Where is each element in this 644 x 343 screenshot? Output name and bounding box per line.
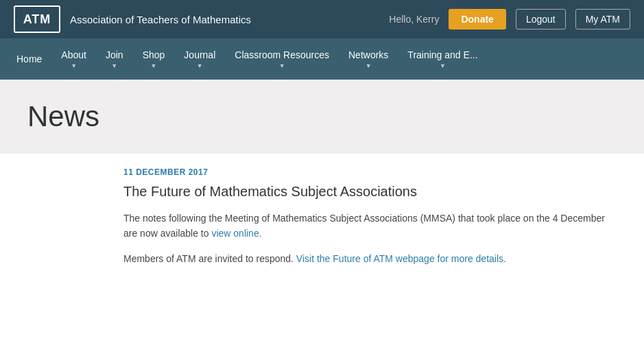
nav-journal-chevron-icon: ▼ <box>197 62 203 69</box>
main-nav: Home About ▼ Join ▼ Shop ▼ Journal ▼ Cla… <box>0 38 644 80</box>
logout-button[interactable]: Logout <box>516 9 566 29</box>
header-right: Hello, Kerry Donate Logout My ATM <box>389 9 630 29</box>
page-title: News <box>27 100 99 133</box>
nav-classroom-label: Classroom Resources <box>235 49 329 60</box>
nav-about-label: About <box>61 49 86 60</box>
nav-join-chevron-icon: ▼ <box>111 62 117 69</box>
nav-journal-label: Journal <box>184 49 215 60</box>
nav-home-label: Home <box>16 54 42 64</box>
nav-home[interactable]: Home <box>7 38 51 80</box>
nav-networks[interactable]: Networks ▼ <box>339 38 398 80</box>
view-online-link[interactable]: view online. <box>211 228 261 239</box>
my-atm-button[interactable]: My ATM <box>575 9 630 29</box>
visit-link[interactable]: Visit the Future of ATM webpage for more… <box>296 253 506 264</box>
logo: ATM <box>14 5 60 33</box>
logo-text: ATM <box>23 12 51 27</box>
nav-training[interactable]: Training and E... ▼ <box>398 38 487 80</box>
site-title: Association of Teachers of Mathematics <box>70 14 251 25</box>
nav-classroom-chevron-icon: ▼ <box>279 62 285 69</box>
header: ATM Association of Teachers of Mathemati… <box>0 0 644 38</box>
members-text: Members of ATM are invited to respond. <box>123 253 294 264</box>
article-title: The Future of Mathematics Subject Associ… <box>123 184 617 200</box>
header-left: ATM Association of Teachers of Mathemati… <box>14 5 251 33</box>
hello-text: Hello, Kerry <box>389 14 439 25</box>
article-members: Members of ATM are invited to respond. V… <box>123 251 617 266</box>
nav-shop-label: Shop <box>143 49 165 60</box>
nav-shop[interactable]: Shop ▼ <box>133 38 175 80</box>
article-date: 11 DECEMBER 2017 <box>123 167 617 177</box>
nav-about[interactable]: About ▼ <box>51 38 96 80</box>
news-banner: News <box>0 80 644 154</box>
nav-classroom-resources[interactable]: Classroom Resources ▼ <box>225 38 339 80</box>
nav-journal[interactable]: Journal ▼ <box>174 38 225 80</box>
nav-join[interactable]: Join ▼ <box>96 38 133 80</box>
article-content: 11 DECEMBER 2017 The Future of Mathemati… <box>0 154 644 287</box>
nav-shop-chevron-icon: ▼ <box>151 62 157 69</box>
nav-join-label: Join <box>106 49 123 60</box>
article-body-text: The notes following the Meeting of Mathe… <box>123 213 605 239</box>
nav-training-chevron-icon: ▼ <box>440 62 446 69</box>
nav-about-chevron-icon: ▼ <box>71 62 77 69</box>
donate-button[interactable]: Donate <box>449 9 505 29</box>
nav-networks-chevron-icon: ▼ <box>366 62 372 69</box>
nav-networks-label: Networks <box>348 49 388 60</box>
nav-training-label: Training and E... <box>407 49 477 60</box>
article-body: The notes following the Meeting of Mathe… <box>123 211 617 241</box>
